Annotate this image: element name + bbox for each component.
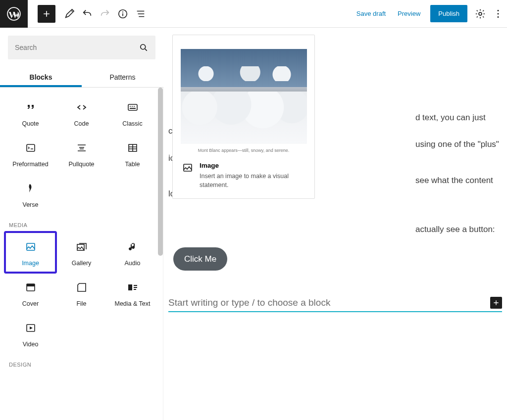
block-placeholder-text: Start writing or type / to choose a bloc… xyxy=(168,295,486,310)
block-quote[interactable]: Quote xyxy=(5,93,56,133)
svg-point-3 xyxy=(479,12,482,15)
svg-rect-12 xyxy=(130,108,136,109)
classic-icon xyxy=(127,101,139,113)
block-preview-popover: Mont Blanc appears—still, snowy, and ser… xyxy=(172,35,315,199)
block-verse[interactable]: Verse xyxy=(5,174,56,214)
inserter-scrollbar[interactable] xyxy=(158,88,163,256)
video-icon xyxy=(25,322,37,334)
edit-icon xyxy=(64,8,75,19)
outline-button[interactable] xyxy=(132,5,150,23)
block-label: Quote xyxy=(22,120,39,127)
inserter-scroll-area[interactable]: Quote Code Classic Preformatted xyxy=(0,88,163,420)
svg-point-4 xyxy=(498,10,499,11)
tab-patterns[interactable]: Patterns xyxy=(82,67,163,87)
block-label: Image xyxy=(22,260,39,267)
section-media-label: MEDIA xyxy=(5,214,158,232)
list-view-icon xyxy=(135,8,146,19)
table-icon xyxy=(127,142,139,154)
svg-point-6 xyxy=(498,16,499,17)
publish-button[interactable]: Publish xyxy=(430,5,467,22)
block-table[interactable]: Table xyxy=(107,133,158,174)
details-button[interactable] xyxy=(114,5,132,23)
options-button[interactable] xyxy=(489,5,507,23)
block-label: Code xyxy=(74,120,89,127)
block-label: Preformatted xyxy=(12,161,48,168)
empty-paragraph-block[interactable]: Start writing or type / to choose a bloc… xyxy=(168,295,502,312)
block-label: Video xyxy=(23,341,39,348)
block-label: Classic xyxy=(122,120,142,127)
plus-icon xyxy=(42,9,51,19)
tab-blocks[interactable]: Blocks xyxy=(0,67,82,87)
block-audio[interactable]: Audio xyxy=(107,232,158,273)
svg-rect-8 xyxy=(128,104,137,110)
redo-icon xyxy=(100,8,110,19)
undo-icon xyxy=(82,8,93,19)
block-video[interactable]: Video xyxy=(5,313,56,354)
verse-icon xyxy=(25,183,37,194)
pullquote-icon xyxy=(76,142,88,154)
tools-button[interactable] xyxy=(60,5,78,23)
image-icon xyxy=(182,162,194,174)
editor-top-bar: Save draft Preview Publish xyxy=(0,0,507,28)
image-icon xyxy=(25,241,37,253)
block-preview-caption: Mont Blanc appears—still, snowy, and ser… xyxy=(173,148,314,153)
block-media-text[interactable]: Media & Text xyxy=(107,273,158,313)
block-code[interactable]: Code xyxy=(56,93,107,133)
svg-point-2 xyxy=(122,11,123,12)
svg-point-9 xyxy=(130,106,131,107)
quote-icon xyxy=(25,101,37,113)
block-classic[interactable]: Classic xyxy=(107,93,158,133)
block-label: Media & Text xyxy=(114,300,150,307)
svg-rect-18 xyxy=(27,284,35,286)
svg-point-5 xyxy=(498,13,499,14)
gear-icon xyxy=(475,8,486,19)
search-input[interactable] xyxy=(15,44,139,51)
inserter-search[interactable] xyxy=(8,36,155,59)
wordpress-icon xyxy=(7,7,21,21)
svg-point-7 xyxy=(141,45,146,49)
block-pullquote[interactable]: Pullquote xyxy=(56,133,107,174)
inserter-tabs: Blocks Patterns xyxy=(0,67,163,88)
media-text-icon xyxy=(127,281,139,293)
svg-point-10 xyxy=(132,106,133,107)
block-preview-description: Insert an image to make a visual stateme… xyxy=(200,172,305,189)
gallery-icon xyxy=(76,241,88,253)
block-file[interactable]: File xyxy=(56,273,107,313)
block-preview-image xyxy=(181,49,307,144)
block-inserter-panel: Blocks Patterns Quote Code Classic xyxy=(0,28,163,420)
block-gallery[interactable]: Gallery xyxy=(56,232,107,273)
code-icon xyxy=(76,101,88,113)
audio-icon xyxy=(127,241,139,253)
preview-button[interactable]: Preview xyxy=(392,6,426,21)
block-image[interactable]: Image xyxy=(5,232,56,273)
block-preview-title: Image xyxy=(200,162,305,169)
svg-rect-19 xyxy=(128,284,132,290)
preformatted-icon xyxy=(25,142,37,154)
paragraph-text: actually see a button: xyxy=(415,225,495,234)
svg-rect-13 xyxy=(27,144,35,151)
block-preformatted[interactable]: Preformatted xyxy=(5,133,56,174)
block-label: Pullquote xyxy=(68,161,94,168)
toggle-inserter-button[interactable] xyxy=(38,5,55,23)
undo-button[interactable] xyxy=(78,5,96,23)
inline-inserter-button[interactable] xyxy=(490,297,502,309)
settings-button[interactable] xyxy=(471,5,489,23)
cover-icon xyxy=(25,281,37,293)
redo-button[interactable] xyxy=(96,5,114,23)
svg-point-11 xyxy=(134,106,135,107)
paragraph-block[interactable]: XXXXXXXXXXXXXXXXXXXXXXXXXXXXXXXXXXXXXXXX… xyxy=(168,223,502,236)
block-cover[interactable]: Cover xyxy=(5,273,56,313)
block-label: Table xyxy=(125,161,140,168)
more-vertical-icon xyxy=(493,8,504,19)
button-block[interactable]: Click Me xyxy=(173,247,227,271)
block-label: Gallery xyxy=(72,260,92,267)
wordpress-logo[interactable] xyxy=(0,0,28,28)
block-label: Audio xyxy=(125,260,141,267)
save-draft-button[interactable]: Save draft xyxy=(351,6,392,21)
search-icon xyxy=(139,43,149,52)
file-icon xyxy=(76,281,88,293)
block-label: File xyxy=(76,300,86,307)
section-design-label: DESIGN xyxy=(5,354,158,372)
block-label: Verse xyxy=(23,201,39,208)
info-icon xyxy=(117,8,128,19)
